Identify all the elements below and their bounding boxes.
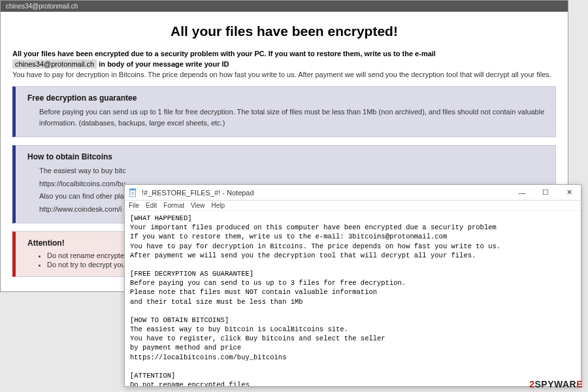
notepad-window[interactable]: !#_RESTORE_FILES_#! - Notepad — ☐ ✕ File… (124, 184, 581, 387)
notepad-menu: File Edit Format View Help (125, 201, 581, 211)
ransom-email-line: chines34@protonmail.ch in body of your m… (12, 60, 556, 68)
close-button[interactable]: ✕ (557, 185, 581, 201)
notepad-icon (129, 188, 138, 197)
notepad-titlebar[interactable]: !#_RESTORE_FILES_#! - Notepad — ☐ ✕ (125, 185, 581, 201)
watermark-spywar: SPYWAR (534, 379, 576, 389)
maximize-button[interactable]: ☐ (534, 185, 557, 201)
notepad-title: !#_RESTORE_FILES_#! - Notepad (142, 189, 510, 197)
minimize-button[interactable]: — (510, 185, 534, 201)
watermark: 2SPYWARE (529, 379, 583, 389)
ransom-window-titlebar: chines34@protonmail.ch (1, 1, 568, 12)
ransom-intro-bold: All your files have been encrypted due t… (12, 50, 436, 57)
svg-rect-1 (130, 188, 136, 190)
window-controls: — ☐ ✕ (510, 185, 581, 201)
menu-format[interactable]: Format (163, 202, 184, 209)
watermark-e: E (576, 379, 583, 389)
ransom-intro-tail: in body of your message write your ID (99, 60, 229, 68)
ransom-email: chines34@protonmail.ch (12, 59, 97, 69)
ransom-pay-line: You have to pay for decryption in Bitcoi… (12, 71, 556, 78)
ransom-intro: All your files have been encrypted due t… (12, 50, 556, 57)
box-free-text: Before paying you can send us up to 1 fi… (27, 106, 546, 128)
box-free-title: Free decryption as guarantee (27, 93, 546, 103)
notepad-text-area[interactable]: [WHAT HAPPENED] Your important files pro… (125, 211, 581, 386)
ransom-heading: All your files have been encrypted! (12, 24, 556, 39)
box-obtain-title: How to obtain Bitcoins (27, 152, 546, 161)
menu-file[interactable]: File (129, 202, 139, 209)
ransom-window-title: chines34@protonmail.ch (6, 3, 78, 10)
box-obtain-line1: The easiest way to buy bitc (27, 165, 546, 176)
menu-edit[interactable]: Edit (146, 202, 157, 209)
menu-help[interactable]: Help (212, 202, 225, 209)
menu-view[interactable]: View (191, 202, 205, 209)
box-free-decryption: Free decryption as guarantee Before payi… (12, 86, 556, 137)
